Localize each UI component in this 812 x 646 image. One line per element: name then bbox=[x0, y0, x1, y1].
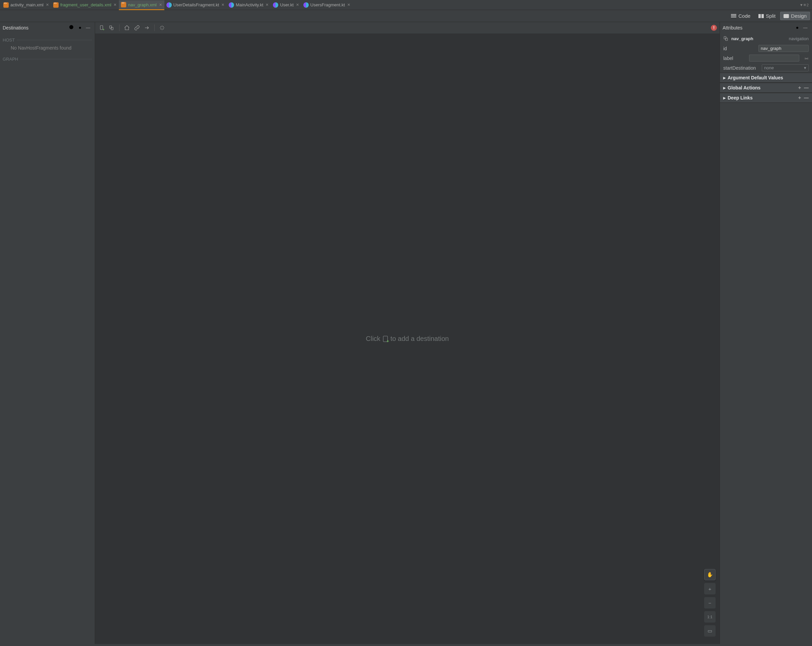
view-mode-label: Split bbox=[766, 13, 775, 19]
tab-user[interactable]: User.kt ✕ bbox=[271, 0, 301, 10]
attr-id-input[interactable] bbox=[759, 45, 809, 52]
kotlin-icon bbox=[273, 2, 278, 8]
one-to-one-icon: 1:1 bbox=[707, 615, 712, 619]
group-global-actions[interactable]: ▸ Global Actions ＋ — bbox=[720, 83, 812, 93]
tab-nav-graph[interactable]: nav_graph.xml ✕ bbox=[119, 0, 164, 10]
view-mode-split[interactable]: Split bbox=[755, 12, 779, 20]
search-icon[interactable] bbox=[68, 24, 76, 32]
chevron-right-icon: ▸ bbox=[723, 85, 726, 90]
tabs-overflow-count: 2 bbox=[807, 3, 809, 7]
designer-canvas-area: ! Click to add a destination ✋ + − 1:1 ▭ bbox=[95, 22, 720, 644]
pan-button[interactable]: ✋ bbox=[704, 569, 716, 580]
close-icon[interactable]: ✕ bbox=[113, 3, 116, 7]
error-badge[interactable]: ! bbox=[711, 25, 717, 31]
svg-point-2 bbox=[79, 27, 81, 29]
host-section-header: HOST bbox=[3, 38, 92, 43]
design-icon bbox=[783, 14, 789, 18]
attributes-node-row: nav_graph navigation bbox=[720, 34, 812, 44]
canvas-hint-pre: Click bbox=[366, 335, 380, 343]
view-mode-code[interactable]: Code bbox=[728, 12, 754, 20]
view-mode-design[interactable]: Design bbox=[780, 12, 810, 20]
attr-label-input[interactable] bbox=[749, 55, 799, 62]
split-icon bbox=[759, 14, 764, 18]
remove-icon[interactable]: — bbox=[804, 85, 809, 90]
arrow-right-icon[interactable] bbox=[143, 24, 151, 32]
kotlin-icon bbox=[303, 2, 309, 8]
fit-icon: ▭ bbox=[708, 628, 712, 634]
tab-label: activity_main.xml bbox=[11, 2, 44, 8]
tab-label: MainActivity.kt bbox=[236, 2, 263, 8]
svg-point-0 bbox=[69, 25, 73, 29]
zoom-1to1-button[interactable]: 1:1 bbox=[704, 611, 716, 623]
group-arg-defaults[interactable]: ▸ Argument Default Values bbox=[720, 73, 812, 83]
xml-icon bbox=[3, 2, 9, 8]
designer-toolbar: ! bbox=[95, 22, 720, 34]
tab-user-details-fragment[interactable]: UserDetailsFragment.kt ✕ bbox=[165, 0, 227, 10]
gear-icon[interactable] bbox=[76, 24, 84, 32]
code-icon bbox=[731, 14, 736, 18]
zoom-fit-button[interactable]: ▭ bbox=[704, 625, 716, 637]
new-destination-button[interactable] bbox=[98, 24, 106, 32]
destinations-panel: Destinations — HOST No NavHostFragments … bbox=[0, 22, 95, 644]
zoom-in-button[interactable]: + bbox=[704, 583, 716, 594]
canvas-hint-post: to add a destination bbox=[391, 335, 449, 343]
home-icon[interactable] bbox=[123, 24, 131, 32]
chain-icon[interactable]: ⫘ bbox=[804, 56, 809, 61]
nested-graph-button[interactable] bbox=[108, 24, 116, 32]
attr-id-row: id bbox=[720, 44, 812, 53]
link-icon[interactable] bbox=[133, 24, 141, 32]
xml-icon bbox=[121, 2, 126, 8]
collapse-icon[interactable]: — bbox=[801, 24, 809, 32]
svg-rect-6 bbox=[110, 26, 111, 29]
svg-rect-10 bbox=[724, 37, 726, 39]
svg-rect-3 bbox=[101, 26, 103, 29]
auto-arrange-button[interactable] bbox=[158, 24, 166, 32]
editor-tabs: activity_main.xml ✕ fragment_user_detail… bbox=[0, 0, 812, 10]
attr-label-row: label ⫘ bbox=[720, 53, 812, 63]
attr-start-select[interactable]: none ▾ bbox=[762, 64, 809, 71]
svg-point-9 bbox=[796, 27, 798, 29]
attr-start-row: startDestination none ▾ bbox=[720, 63, 812, 73]
chevron-right-icon: ▸ bbox=[723, 75, 726, 80]
close-icon[interactable]: ✕ bbox=[296, 3, 299, 7]
collapse-icon[interactable]: — bbox=[84, 24, 92, 32]
close-icon[interactable]: ✕ bbox=[159, 3, 162, 7]
tab-label: nav_graph.xml bbox=[128, 2, 156, 8]
attr-id-label: id bbox=[723, 46, 756, 51]
designer-canvas[interactable]: Click to add a destination bbox=[95, 34, 720, 644]
close-icon[interactable]: ✕ bbox=[347, 3, 350, 7]
add-icon[interactable]: ＋ bbox=[797, 85, 802, 91]
list-icon: ≡ bbox=[803, 2, 806, 8]
add-icon[interactable]: ＋ bbox=[797, 95, 802, 101]
tab-activity-main[interactable]: activity_main.xml ✕ bbox=[2, 0, 51, 10]
close-icon[interactable]: ✕ bbox=[221, 3, 224, 7]
tabs-overflow-button[interactable]: ▾ ≡ 2 bbox=[800, 2, 809, 8]
svg-line-1 bbox=[73, 29, 75, 31]
chevron-down-icon: ▾ bbox=[800, 2, 803, 8]
chevron-right-icon: ▸ bbox=[723, 95, 726, 101]
tab-label: fragment_user_details.xml bbox=[60, 2, 111, 8]
graph-section-header: GRAPH bbox=[3, 57, 92, 62]
view-mode-bar: Code Split Design bbox=[0, 10, 812, 22]
group-label: Global Actions bbox=[728, 85, 760, 90]
view-mode-label: Design bbox=[791, 13, 807, 19]
tab-main-activity[interactable]: MainActivity.kt ✕ bbox=[227, 0, 271, 10]
attributes-title: Attributes bbox=[723, 25, 793, 31]
view-mode-label: Code bbox=[738, 13, 750, 19]
canvas-float-controls: ✋ + − 1:1 ▭ bbox=[704, 569, 716, 637]
zoom-out-button[interactable]: − bbox=[704, 597, 716, 608]
group-deep-links[interactable]: ▸ Deep Links ＋ — bbox=[720, 93, 812, 103]
group-label: Deep Links bbox=[728, 95, 753, 101]
node-name: nav_graph bbox=[731, 36, 753, 41]
kotlin-icon bbox=[229, 2, 234, 8]
canvas-hint: Click to add a destination bbox=[366, 335, 449, 343]
tab-fragment-user-details[interactable]: fragment_user_details.xml ✕ bbox=[51, 0, 119, 10]
close-icon[interactable]: ✕ bbox=[46, 3, 49, 7]
minus-icon: − bbox=[708, 600, 711, 606]
gear-icon[interactable] bbox=[793, 24, 801, 32]
plus-icon: + bbox=[708, 586, 711, 592]
close-icon[interactable]: ✕ bbox=[266, 3, 269, 7]
tab-users-fragment[interactable]: UsersFragment.kt ✕ bbox=[301, 0, 353, 10]
remove-icon[interactable]: — bbox=[804, 95, 809, 101]
attr-start-value: none bbox=[764, 65, 774, 70]
